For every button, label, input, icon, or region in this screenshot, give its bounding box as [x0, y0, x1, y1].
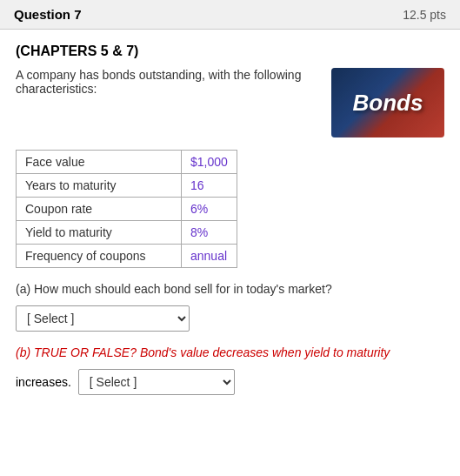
table-cell-value: $1,000 — [182, 151, 237, 174]
table-cell-label: Frequency of coupons — [17, 245, 182, 268]
bond-image: Bonds — [331, 68, 444, 137]
table-cell-label: Coupon rate — [17, 198, 182, 221]
question-body: (CHAPTERS 5 & 7) A company has bonds out… — [0, 30, 460, 421]
table-row: Coupon rate6% — [17, 198, 237, 221]
intro-section: A company has bonds outstanding, with th… — [16, 68, 444, 137]
chapter-header: (CHAPTERS 5 & 7) — [16, 44, 444, 59]
question-header: Question 7 12.5 pts — [0, 0, 460, 30]
table-cell-label: Years to maturity — [17, 174, 182, 198]
part-a-text: (a) How much should each bond sell for i… — [16, 280, 444, 298]
table-cell-value: annual — [182, 245, 237, 268]
part-b: (b) TRUE OR FALSE? Bond's value decrease… — [16, 344, 444, 395]
table-cell-value: 8% — [182, 221, 237, 245]
intro-text: A company has bonds outstanding, with th… — [16, 68, 321, 96]
question-title: Question 7 — [14, 7, 82, 22]
table-cell-label: Yield to maturity — [17, 221, 182, 245]
question-points: 12.5 pts — [403, 8, 446, 22]
table-row: Face value$1,000 — [17, 151, 237, 174]
table-cell-label: Face value — [17, 151, 182, 174]
part-a-select[interactable]: [ Select ] — [16, 305, 190, 332]
table-row: Years to maturity16 — [17, 174, 237, 198]
part-b-prefix: (b) TRUE OR FALSE? Bond's value decrease… — [16, 345, 390, 359]
part-b-select[interactable]: [ Select ] — [78, 369, 235, 395]
bond-image-label: Bonds — [353, 90, 423, 117]
table-row: Frequency of couponsannual — [17, 245, 237, 268]
table-row: Yield to maturity8% — [17, 221, 237, 245]
part-b-row: increases. [ Select ] — [16, 369, 444, 395]
bond-table: Face value$1,000Years to maturity16Coupo… — [16, 150, 237, 268]
part-b-suffix: increases. — [16, 375, 71, 389]
part-a: (a) How much should each bond sell for i… — [16, 280, 444, 332]
part-b-text: (b) TRUE OR FALSE? Bond's value decrease… — [16, 344, 444, 362]
table-cell-value: 6% — [182, 198, 237, 221]
table-cell-value: 16 — [182, 174, 237, 198]
